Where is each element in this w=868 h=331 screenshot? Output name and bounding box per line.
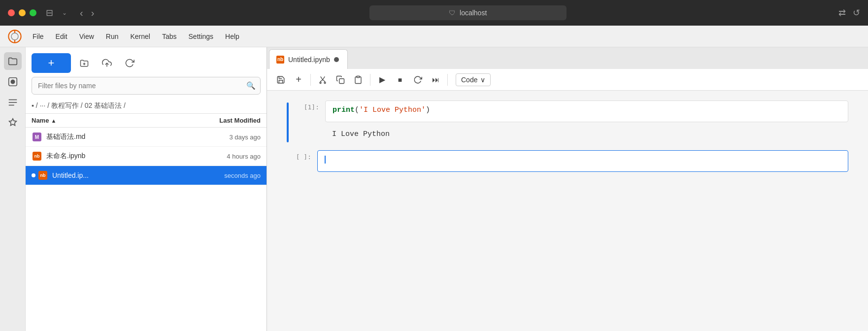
nb-icon-1: nb [33,152,41,161]
menu-tabs[interactable]: Tabs [157,31,182,42]
new-folder-button[interactable] [75,54,94,72]
svg-point-5 [11,80,14,83]
modified-dot [32,173,35,177]
title-bar-right: ⇄ ↺ [838,7,860,18]
column-name-header[interactable]: Name ▲ [32,117,197,124]
address-bar-wrapper: 🛡 localhost [103,5,833,20]
svg-line-16 [321,76,323,80]
tab-label: Untitled.ipynb [288,56,330,64]
file-name-0: 基础语法.md [46,132,197,141]
file-list-header: Name ▲ Last Modified [26,113,267,128]
run-button[interactable]: ▶ [374,72,390,88]
cell-1: [ ]: [287,150,848,172]
filter-input[interactable] [32,77,261,95]
search-icon: 🔍 [246,81,256,90]
nb-icon-2: nb [38,171,47,180]
menu-file[interactable]: File [28,31,49,42]
menu-kernel[interactable]: Kernel [125,31,155,42]
nav-arrows: ‹ › [77,6,97,20]
tab-unsaved-dot [334,57,339,62]
file-name-1: 未命名.ipynb [46,152,197,161]
tab-notebook-icon: nb [276,56,284,64]
svg-rect-19 [357,76,360,77]
notebook-tab[interactable]: nb Untitled.ipynb [269,49,348,69]
cell-type-selector[interactable]: Code ∨ [456,73,491,86]
cursor [325,156,326,164]
new-button[interactable]: + [32,53,71,73]
toolbar-divider [310,74,311,86]
cell-1-content[interactable] [317,150,848,172]
tab-bar: nb Untitled.ipynb [267,47,868,69]
svg-point-12 [320,82,321,83]
refresh-filebrowser-button[interactable] [120,54,139,72]
cell-0-content[interactable]: print('I Love Python') [325,100,848,122]
back-button[interactable]: ‹ [77,6,86,20]
file-modified-1: 4 hours ago [197,153,261,160]
cell-type-label: Code [461,76,477,84]
close-button[interactable] [8,9,15,16]
cell-0-output: I Love Python [325,126,397,142]
sidebar-toc-button[interactable] [4,94,22,111]
sidebar-filebrowser-button[interactable] [4,52,22,70]
menu-run[interactable]: Run [101,31,124,42]
cell-type-chevron-icon: ∨ [480,76,485,84]
forward-button[interactable]: › [88,6,98,20]
menu-bar: File Edit View Run Kernel Tabs Settings … [0,26,868,47]
column-modified-header[interactable]: Last Modified [197,117,261,124]
breadcrumb-text: ▪ / ··· / 教程写作 / 02 基础语法 / [32,101,126,110]
sidebar-running-button[interactable] [4,73,22,91]
file-icon-nb-2: nb [37,170,48,181]
file-item[interactable]: nb 未命名.ipynb 4 hours ago [26,147,267,166]
file-item[interactable]: M 基础语法.md 3 days ago [26,128,267,147]
address-text: localhost [460,9,487,17]
address-bar[interactable]: 🛡 localhost [369,5,567,20]
file-modified-2: seconds ago [197,172,261,179]
cut-button[interactable] [315,72,331,88]
svg-point-13 [324,82,326,83]
menu-settings[interactable]: Settings [184,31,219,42]
menu-help[interactable]: Help [220,31,244,42]
file-name-2: Untitled.ip... [52,171,197,179]
add-cell-button[interactable]: + [291,72,306,88]
toolbar-divider-2 [370,74,370,86]
copy-button[interactable] [333,72,348,88]
sidebar-icons [0,47,26,331]
app-content: File Edit View Run Kernel Tabs Settings … [0,26,868,331]
title-bar: ⊟ ⌄ ‹ › 🛡 localhost ⇄ ↺ [0,0,868,26]
filter-input-wrapper: 🔍 [32,77,261,95]
svg-point-1 [11,33,18,40]
sidebar-toggle-button[interactable]: ⊟ [42,7,56,18]
menu-edit[interactable]: Edit [51,31,72,42]
notebook-toolbar: + [267,69,868,91]
stop-button[interactable]: ■ [392,72,408,88]
save-button[interactable] [273,72,289,88]
sidebar-extensions-button[interactable] [4,114,22,132]
svg-rect-18 [339,78,344,83]
app-logo [8,30,22,43]
maximize-button[interactable] [30,9,36,16]
menu-view[interactable]: View [74,31,99,42]
upload-button[interactable] [98,54,116,72]
paste-button[interactable] [350,72,366,88]
fast-forward-button[interactable]: ⏭ [428,72,443,88]
restart-button[interactable] [410,72,426,88]
notebook-cells: [1]: print('I Love Python') out I Love P… [267,91,868,331]
translate-icon[interactable]: ⇄ [838,7,846,18]
refresh-icon[interactable]: ↺ [853,7,860,18]
file-icon-md: M [32,132,42,142]
cell-0: [1]: print('I Love Python') out I Love P… [287,100,848,142]
file-icon-nb-1: nb [32,151,42,162]
cell-0-prompt: [1]: [295,100,319,111]
main-layout: + [0,47,868,331]
traffic-lights [8,9,36,16]
minimize-button[interactable] [19,9,26,16]
svg-line-14 [320,80,323,82]
notebook-area: nb Untitled.ipynb + [267,47,868,331]
breadcrumb: ▪ / ··· / 教程写作 / 02 基础语法 / [26,99,267,113]
file-list: M 基础语法.md 3 days ago nb 未命名.ipynb 4 hour… [26,128,267,331]
cell-1-prompt: [ ]: [287,150,311,161]
filter-bar: 🔍 [26,77,267,99]
chevron-down-icon[interactable]: ⌄ [62,9,67,16]
svg-line-15 [323,80,325,82]
file-item-selected[interactable]: nb Untitled.ip... seconds ago [26,166,267,185]
